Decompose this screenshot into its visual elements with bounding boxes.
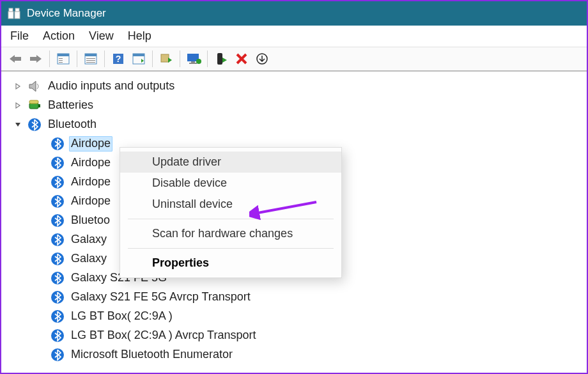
context-menu: Update driver Disable device Uninstall d… (120, 147, 342, 278)
svg-marker-26 (222, 58, 227, 63)
bluetooth-icon (50, 232, 65, 247)
ctx-separator (128, 219, 334, 219)
properties-button[interactable] (82, 50, 100, 68)
svg-rect-1 (15, 12, 20, 19)
toolbar-separator (207, 51, 208, 67)
svg-rect-19 (161, 54, 169, 62)
tree-node-batteries[interactable]: Batteries (13, 96, 587, 115)
svg-rect-13 (86, 62, 95, 63)
bluetooth-icon (50, 270, 65, 286)
svg-rect-8 (59, 62, 63, 63)
bluetooth-icon (50, 136, 65, 152)
menu-action[interactable]: Action (43, 29, 75, 43)
tree-node-audio[interactable]: Audio inputs and outputs (13, 77, 587, 96)
svg-rect-7 (59, 60, 63, 61)
ctx-separator (128, 248, 334, 249)
bluetooth-icon (27, 117, 42, 132)
svg-rect-23 (189, 63, 197, 64)
svg-rect-25 (217, 53, 222, 65)
tree-label: Airdope (69, 156, 112, 170)
tree-label: Galaxy (69, 252, 109, 266)
tree-label: Bluetooth (46, 118, 98, 132)
bluetooth-icon (50, 309, 65, 324)
tree-label: Airdope (69, 136, 112, 152)
speaker-icon (27, 79, 42, 94)
tree-label: Airdope (69, 194, 112, 208)
tree-label: Batteries (46, 98, 95, 113)
scan-button[interactable] (130, 50, 148, 68)
enable-button[interactable] (212, 50, 230, 68)
toolbar-separator (152, 51, 153, 67)
bluetooth-icon (50, 155, 65, 171)
svg-rect-29 (38, 104, 40, 107)
ctx-disable-device[interactable]: Disable device (120, 173, 341, 194)
svg-rect-5 (58, 54, 69, 56)
toolbar-separator (104, 51, 105, 67)
tree-label: LG BT Box( 2C:9A ) (69, 309, 174, 323)
title-bar: Device Manager (1, 1, 587, 26)
svg-marker-20 (168, 58, 172, 63)
svg-rect-6 (59, 58, 63, 59)
tree-label: Airdope (69, 175, 112, 189)
uninstall-button[interactable] (233, 50, 251, 68)
bluetooth-icon (50, 251, 65, 267)
ctx-uninstall-device[interactable]: Uninstall device (120, 194, 341, 215)
tree-node-device[interactable]: LG BT Box( 2C:9A ) (36, 307, 587, 326)
monitor-button[interactable] (185, 50, 203, 68)
tree-node-device[interactable]: Galaxy S21 FE 5G Avrcp Transport (36, 288, 587, 307)
bluetooth-icon (50, 175, 65, 190)
toolbar-separator (49, 51, 50, 67)
app-icon (8, 8, 20, 19)
ctx-update-driver[interactable]: Update driver (120, 152, 341, 173)
menu-help[interactable]: Help (128, 29, 151, 43)
tree-label: Galaxy (69, 233, 109, 247)
svg-rect-30 (29, 100, 38, 104)
tree-node-device[interactable]: Microsoft Bluetooth Enumerator (36, 345, 587, 364)
svg-rect-11 (86, 58, 95, 59)
menu-view[interactable]: View (89, 29, 114, 43)
bluetooth-icon (50, 328, 65, 343)
svg-rect-10 (85, 54, 97, 56)
window-title: Device Manager (27, 7, 106, 20)
svg-rect-12 (86, 60, 95, 61)
svg-marker-18 (141, 59, 144, 63)
svg-rect-22 (191, 61, 195, 63)
toolbar: ? (1, 47, 587, 72)
toolbar-separator (77, 51, 77, 67)
svg-rect-17 (133, 54, 144, 56)
tree-node-bluetooth[interactable]: Bluetooth (13, 115, 587, 134)
tree-label: Audio inputs and outputs (46, 79, 176, 93)
toolbar-separator (180, 51, 180, 67)
svg-text:?: ? (116, 54, 121, 64)
ctx-properties[interactable]: Properties (120, 253, 341, 274)
forward-button[interactable] (27, 50, 45, 68)
update-driver-button[interactable] (157, 50, 175, 68)
expand-icon[interactable] (13, 100, 23, 111)
collapse-icon[interactable] (13, 120, 23, 130)
svg-rect-2 (9, 8, 13, 12)
expand-icon[interactable] (13, 81, 23, 91)
menu-bar: File Action View Help (1, 26, 587, 47)
down-button[interactable] (253, 50, 271, 68)
bluetooth-icon (50, 290, 65, 305)
menu-file[interactable]: File (10, 29, 29, 43)
tree-node-device[interactable]: LG BT Box( 2C:9A ) Avrcp Transport (36, 326, 587, 345)
show-hide-tree-button[interactable] (54, 50, 72, 68)
help-button[interactable]: ? (109, 50, 127, 68)
bluetooth-icon (50, 213, 65, 228)
svg-point-24 (196, 59, 201, 64)
back-button[interactable] (6, 50, 24, 68)
tree-label: Microsoft Bluetooth Enumerator (69, 348, 235, 362)
battery-icon (27, 98, 42, 113)
bluetooth-icon (50, 347, 65, 362)
tree-label: Galaxy S21 FE 5G Avrcp Transport (69, 290, 252, 304)
bluetooth-icon (50, 194, 65, 209)
svg-rect-0 (8, 12, 13, 19)
tree-label: LG BT Box( 2C:9A ) Avrcp Transport (69, 329, 258, 343)
ctx-scan-hardware[interactable]: Scan for hardware changes (120, 223, 341, 244)
tree-label: Bluetoo (69, 214, 112, 228)
svg-rect-3 (15, 8, 19, 12)
